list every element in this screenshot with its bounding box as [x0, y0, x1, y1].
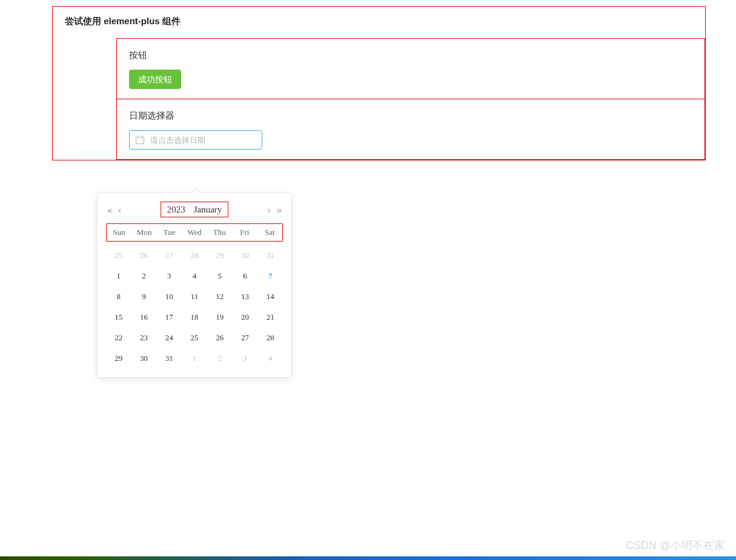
- week-row: 1234567: [106, 266, 283, 286]
- next-month-button[interactable]: ›: [268, 205, 271, 215]
- year-month-label: 2023 January: [161, 202, 229, 217]
- weekday-label: Sun: [107, 224, 131, 241]
- day-cell[interactable]: 7: [257, 266, 283, 286]
- day-cell[interactable]: 23: [131, 328, 157, 348]
- calendar-icon: [136, 136, 144, 144]
- calendar-header: « ‹ 2023 January › »: [98, 193, 291, 223]
- prev-month-button[interactable]: ‹: [118, 205, 121, 215]
- day-cell[interactable]: 26: [207, 328, 233, 348]
- week-row: 2930311234: [106, 348, 283, 369]
- button-section-title: 按钮: [129, 50, 692, 61]
- weekday-label: Wed: [182, 224, 207, 241]
- day-cell[interactable]: 10: [156, 286, 182, 307]
- day-cell[interactable]: 31: [156, 348, 182, 369]
- day-cell[interactable]: 28: [257, 328, 283, 348]
- weekday-label: Thu: [207, 224, 232, 241]
- day-cell[interactable]: 29: [106, 348, 131, 369]
- days-grid: 2526272829303112345678910111213141516171…: [106, 245, 283, 369]
- calendar-month[interactable]: January: [194, 202, 222, 217]
- day-cell[interactable]: 1: [182, 348, 207, 369]
- week-row: 891011121314: [106, 286, 283, 307]
- day-cell[interactable]: 5: [207, 266, 233, 286]
- prev-year-button[interactable]: «: [107, 205, 112, 215]
- demo-container: 尝试使用 element-plus 组件 按钮 成功按钮 日期选择器: [52, 6, 706, 160]
- day-cell[interactable]: 24: [156, 328, 182, 348]
- success-button[interactable]: 成功按钮: [129, 70, 181, 89]
- day-cell[interactable]: 16: [131, 307, 157, 328]
- day-cell[interactable]: 22: [106, 328, 131, 348]
- week-row: 22232425262728: [106, 328, 283, 348]
- day-cell[interactable]: 26: [131, 245, 157, 266]
- weekday-label: Sat: [257, 224, 282, 241]
- day-cell[interactable]: 6: [233, 266, 258, 286]
- calendar-year[interactable]: 2023: [167, 202, 185, 217]
- day-cell[interactable]: 14: [257, 286, 283, 307]
- day-cell[interactable]: 2: [207, 348, 233, 369]
- day-cell[interactable]: 25: [182, 328, 207, 348]
- date-input[interactable]: [149, 135, 256, 145]
- day-cell[interactable]: 20: [233, 307, 258, 328]
- day-cell[interactable]: 2: [131, 266, 157, 286]
- day-cell[interactable]: 15: [106, 307, 131, 328]
- day-cell[interactable]: 4: [257, 348, 283, 369]
- taskbar-strip: [0, 556, 736, 560]
- weekdays-row: Sun Mon Tue Wed Thu Fri Sat: [106, 223, 283, 242]
- day-cell[interactable]: 27: [233, 328, 258, 348]
- day-cell[interactable]: 25: [106, 245, 131, 266]
- calendar-panel: « ‹ 2023 January › » Sun Mon Tue Wed Thu…: [97, 193, 292, 378]
- datepicker-section: 日期选择器: [116, 99, 705, 160]
- day-cell[interactable]: 3: [233, 348, 258, 369]
- date-input-wrapper[interactable]: [129, 130, 262, 150]
- page-title: 尝试使用 element-plus 组件: [65, 16, 705, 27]
- day-cell[interactable]: 28: [182, 245, 207, 266]
- weekday-label: Mon: [131, 224, 156, 241]
- day-cell[interactable]: 12: [207, 286, 233, 307]
- day-cell[interactable]: 27: [156, 245, 182, 266]
- week-row: 25262728293031: [106, 245, 283, 266]
- datepicker-section-title: 日期选择器: [129, 110, 692, 122]
- day-cell[interactable]: 13: [233, 286, 258, 307]
- watermark-text: CSDN @小明不在家: [626, 538, 725, 553]
- button-section: 按钮 成功按钮: [116, 38, 705, 99]
- day-cell[interactable]: 3: [156, 266, 182, 286]
- day-cell[interactable]: 31: [257, 245, 283, 266]
- next-year-button[interactable]: »: [277, 205, 282, 215]
- day-cell[interactable]: 18: [182, 307, 207, 328]
- weekday-label: Fri: [232, 224, 257, 241]
- day-cell[interactable]: 9: [131, 286, 157, 307]
- day-cell[interactable]: 19: [207, 307, 233, 328]
- day-cell[interactable]: 30: [233, 245, 258, 266]
- week-row: 15161718192021: [106, 307, 283, 328]
- day-cell[interactable]: 29: [207, 245, 233, 266]
- calendar-body: Sun Mon Tue Wed Thu Fri Sat 252627282930…: [98, 223, 291, 377]
- day-cell[interactable]: 8: [106, 286, 131, 307]
- day-cell[interactable]: 4: [182, 266, 207, 286]
- day-cell[interactable]: 1: [106, 266, 131, 286]
- day-cell[interactable]: 11: [182, 286, 207, 307]
- day-cell[interactable]: 21: [257, 307, 283, 328]
- day-cell[interactable]: 17: [156, 307, 182, 328]
- weekday-label: Tue: [157, 224, 182, 241]
- day-cell[interactable]: 30: [131, 348, 157, 369]
